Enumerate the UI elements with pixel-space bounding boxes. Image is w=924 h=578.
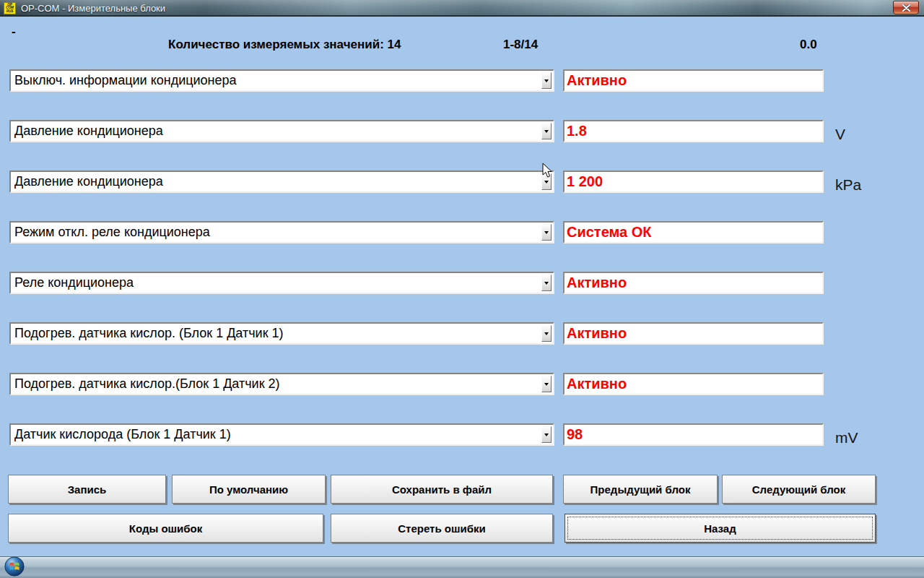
value-field[interactable]: 1 200 <box>563 171 824 193</box>
close-icon <box>902 4 910 12</box>
measured-values-count-label: Количество измеряемых значений: 14 <box>168 38 401 52</box>
default-button[interactable]: По умолчанию <box>172 475 326 504</box>
value-field[interactable]: 98 <box>563 423 824 446</box>
page-range-label: 1-8/14 <box>503 38 538 52</box>
window-title: OP-COM - Измерительные блоки <box>21 3 165 14</box>
value-field[interactable]: Активно <box>563 69 824 92</box>
chevron-down-icon <box>544 434 549 436</box>
previous-block-button[interactable]: Предыдущий блок <box>563 475 718 504</box>
dropdown-button[interactable] <box>541 72 552 89</box>
error-codes-button[interactable]: Коды ошибок <box>8 514 323 543</box>
parameter-dropdown[interactable]: Выключ. информации кондиционера <box>9 69 554 92</box>
dropdown-button[interactable] <box>541 275 552 291</box>
dropdown-button[interactable] <box>541 376 552 392</box>
value-field[interactable]: Активно <box>563 322 824 345</box>
start-button[interactable] <box>4 557 25 575</box>
parameter-dropdown[interactable]: Подогрев. датчика кислор.(Блок 1 Датчик … <box>9 373 554 395</box>
app-icon-line: RUS <box>6 10 14 14</box>
parameter-label: Выключ. информации кондиционера <box>14 73 237 87</box>
parameter-label: Давление кондиционера <box>14 174 163 189</box>
parameter-label: Датчик кислорода (Блок 1 Датчик 1) <box>14 427 231 441</box>
windows-start-icon <box>4 556 25 577</box>
chevron-down-icon <box>544 130 549 133</box>
chevron-down-icon <box>544 231 549 234</box>
dropdown-button[interactable] <box>541 325 552 342</box>
unit-label: kPa <box>835 176 861 194</box>
chevron-down-icon <box>544 332 549 335</box>
dropdown-button[interactable] <box>541 426 552 443</box>
dropdown-button[interactable] <box>541 224 552 241</box>
back-button[interactable]: Назад <box>565 514 876 543</box>
chevron-down-icon <box>544 79 549 82</box>
measurement-row: Подогрев. датчика кислор. (Блок 1 Датчик… <box>0 322 924 345</box>
measurement-row: Выключ. информации кондиционера Активно <box>0 69 924 92</box>
measurement-row: Реле кондиционера Активно <box>0 272 924 294</box>
parameter-dropdown[interactable]: Подогрев. датчика кислор. (Блок 1 Датчик… <box>9 322 554 345</box>
measurement-row: Подогрев. датчика кислор.(Блок 1 Датчик … <box>0 373 924 395</box>
parameter-dropdown[interactable]: Давление кондиционера <box>9 120 554 142</box>
unit-label: mV <box>835 429 858 447</box>
parameter-dropdown[interactable]: Режим откл. реле кондиционера <box>9 221 554 243</box>
erase-errors-button[interactable]: Стереть ошибки <box>331 514 553 543</box>
mouse-cursor <box>542 163 553 181</box>
parameter-label: Подогрев. датчика кислор.(Блок 1 Датчик … <box>14 376 280 391</box>
taskbar: OP COM RUS OP-COM LV ▲ 39 <box>0 556 924 578</box>
measurement-row: Давление кондиционера 1.8 V <box>0 120 924 142</box>
chevron-down-icon <box>544 383 549 386</box>
value-field[interactable]: Активно <box>563 272 824 294</box>
parameter-label: Давление кондиционера <box>14 124 163 138</box>
value-field[interactable]: Активно <box>563 373 824 395</box>
app-icon: OP COM RUS <box>4 2 16 14</box>
value-field[interactable]: 1.8 <box>563 120 824 142</box>
record-button[interactable]: Запись <box>8 475 166 504</box>
chevron-down-icon <box>544 282 549 285</box>
value-field[interactable]: Система ОК <box>563 221 824 243</box>
unit-label: V <box>835 126 845 143</box>
header-extra-value: 0.0 <box>800 38 817 52</box>
measurement-row: Режим откл. реле кондиционера Система ОК <box>0 221 924 243</box>
next-block-button[interactable]: Следующий блок <box>722 475 876 504</box>
title-bar: OP COM RUS OP-COM - Измерительные блоки <box>0 0 924 17</box>
parameter-label: Реле кондиционера <box>14 275 134 290</box>
close-button[interactable] <box>893 1 919 14</box>
parameter-label: Режим откл. реле кондиционера <box>14 225 210 239</box>
measurement-row: Давление кондиционера 1 200 kPa <box>0 171 924 193</box>
save-to-file-button[interactable]: Сохранить в файл <box>331 475 553 504</box>
measurement-row: Датчик кислорода (Блок 1 Датчик 1) 98 mV <box>0 423 924 446</box>
parameter-label: Подогрев. датчика кислор. (Блок 1 Датчик… <box>14 326 284 340</box>
stray-dash-label: - <box>12 25 16 39</box>
dropdown-button[interactable] <box>541 123 552 139</box>
opcom-window: OP COM RUS OP-COM - Измерительные блоки … <box>0 0 924 578</box>
parameter-dropdown[interactable]: Давление кондиционера <box>9 171 554 193</box>
parameter-dropdown[interactable]: Реле кондиционера <box>9 272 554 294</box>
parameter-dropdown[interactable]: Датчик кислорода (Блок 1 Датчик 1) <box>9 423 554 446</box>
